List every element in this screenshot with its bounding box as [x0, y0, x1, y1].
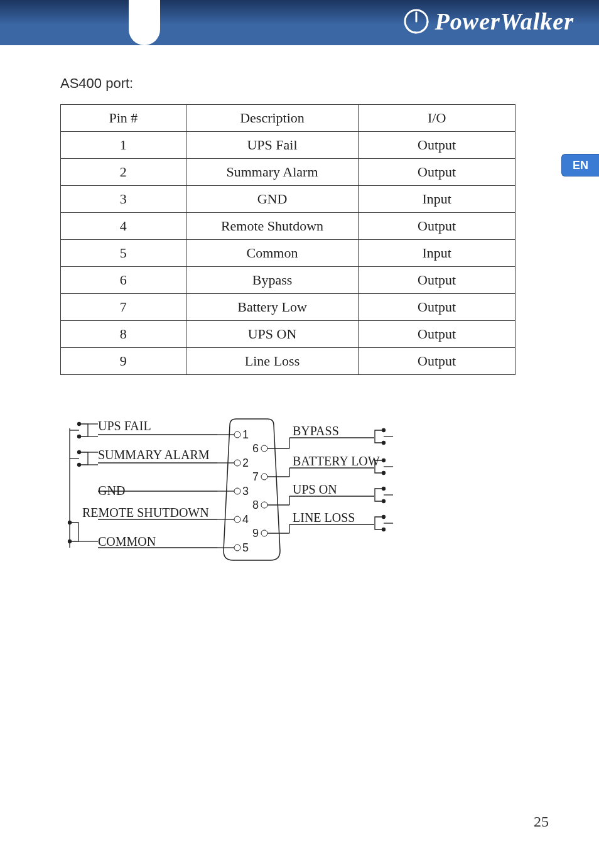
cell-io: Input	[359, 186, 515, 213]
svg-point-11	[234, 545, 240, 551]
cell-desc: GND	[186, 186, 359, 213]
brand-logo-icon	[404, 9, 429, 34]
cell-pin: 8	[61, 321, 186, 348]
cell-io: Output	[359, 321, 515, 348]
cell-pin: 9	[61, 348, 186, 375]
col-header-io: I/O	[359, 105, 515, 132]
col-header-desc: Description	[186, 105, 359, 132]
left-contacts	[68, 423, 218, 548]
svg-text:5: 5	[242, 541, 249, 554]
col-header-pin: Pin #	[61, 105, 186, 132]
cell-pin: 5	[61, 240, 186, 267]
cell-desc: Battery Low	[186, 294, 359, 321]
label-bypass: BYPASS	[293, 424, 339, 438]
svg-point-13	[261, 445, 267, 452]
language-tab: EN	[561, 154, 599, 176]
label-ups-on: UPS ON	[293, 482, 337, 496]
label-common: COMMON	[98, 534, 156, 548]
svg-point-9	[234, 516, 240, 523]
cell-pin: 2	[61, 159, 186, 186]
cell-io: Output	[359, 132, 515, 159]
table-row: 1 UPS Fail Output	[61, 132, 515, 159]
brand-text: PowerWalker	[435, 8, 574, 35]
svg-text:6: 6	[252, 442, 259, 455]
label-ups-fail: UPS FAIL	[98, 419, 151, 433]
svg-text:2: 2	[242, 457, 249, 469]
svg-text:7: 7	[252, 470, 259, 483]
svg-point-19	[261, 530, 267, 536]
cell-pin: 7	[61, 294, 186, 321]
cell-io: Output	[359, 348, 515, 375]
language-label: EN	[573, 159, 588, 172]
table-row: 7 Battery Low Output	[61, 294, 515, 321]
label-line-loss: LINE LOSS	[293, 511, 355, 524]
table-row: 6 Bypass Output	[61, 267, 515, 294]
svg-point-5	[234, 460, 240, 466]
cell-desc: Remote Shutdown	[186, 213, 359, 240]
label-battery-low: BATTERY LOW	[293, 454, 380, 468]
cell-io: Output	[359, 267, 515, 294]
svg-point-15	[261, 474, 267, 480]
header-notch	[129, 0, 160, 45]
page-number: 25	[534, 813, 549, 830]
svg-text:1: 1	[242, 428, 249, 441]
cell-io: Output	[359, 159, 515, 186]
svg-text:4: 4	[242, 513, 249, 526]
left-leads	[70, 428, 234, 548]
svg-point-7	[234, 488, 240, 494]
cell-desc: Line Loss	[186, 348, 359, 375]
table-row: 5 Common Input	[61, 240, 515, 267]
table-row: 4 Remote Shutdown Output	[61, 213, 515, 240]
pinout-diagram: 1 2 3 4 5 6 7 8 9	[60, 413, 539, 576]
cell-pin: 4	[61, 213, 186, 240]
cell-desc: UPS ON	[186, 321, 359, 348]
svg-point-3	[234, 431, 240, 438]
right-contacts	[375, 429, 393, 531]
svg-text:8: 8	[252, 499, 259, 511]
page-content: AS400 port: Pin # Description I/O 1 UPS …	[0, 45, 599, 576]
section-title: AS400 port:	[60, 75, 539, 92]
cell-pin: 3	[61, 186, 186, 213]
table-header-row: Pin # Description I/O	[61, 105, 515, 132]
table-row: 9 Line Loss Output	[61, 348, 515, 375]
cell-desc: UPS Fail	[186, 132, 359, 159]
table-row: 2 Summary Alarm Output	[61, 159, 515, 186]
as400-pin-table: Pin # Description I/O 1 UPS Fail Output …	[60, 104, 515, 375]
svg-text:9: 9	[252, 527, 259, 540]
label-remote-shutdown: REMOTE SHUTDOWN	[82, 506, 209, 519]
cell-pin: 6	[61, 267, 186, 294]
table-row: 3 GND Input	[61, 186, 515, 213]
brand: PowerWalker	[404, 8, 574, 35]
cell-desc: Bypass	[186, 267, 359, 294]
header-bar: PowerWalker	[0, 0, 599, 45]
cell-desc: Summary Alarm	[186, 159, 359, 186]
svg-text:3: 3	[242, 485, 249, 497]
svg-point-17	[261, 502, 267, 508]
left-pin-group: 1 2 3 4 5	[234, 428, 249, 554]
db9-diagram-svg: 1 2 3 4 5 6 7 8 9	[60, 413, 412, 576]
label-summary-alarm: SUMMARY ALARM	[98, 448, 210, 462]
cell-io: Output	[359, 213, 515, 240]
right-pin-group: 6 7 8 9	[252, 442, 267, 540]
cell-pin: 1	[61, 132, 186, 159]
label-gnd: GND	[98, 484, 125, 497]
cell-desc: Common	[186, 240, 359, 267]
diagram-labels: UPS FAIL SUMMARY ALARM GND REMOTE SHUTDO…	[82, 419, 380, 548]
table-row: 8 UPS ON Output	[61, 321, 515, 348]
cell-io: Output	[359, 294, 515, 321]
cell-io: Input	[359, 240, 515, 267]
